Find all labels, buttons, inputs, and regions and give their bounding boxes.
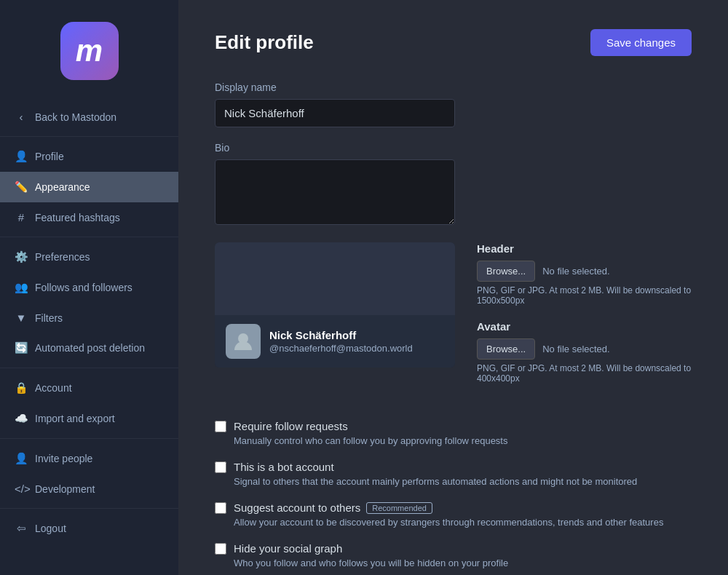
require-follow-checkbox[interactable] [215, 421, 226, 432]
profile-display-name: Nick Schäferhoff [269, 329, 413, 341]
upload-section: Header Browse... No file selected. PNG, … [477, 242, 692, 398]
sidebar-divider-3 [0, 368, 178, 368]
bot-account-label[interactable]: This is a bot account [234, 461, 334, 473]
page-title: Edit profile [215, 31, 314, 54]
sidebar-item-featured-hashtags[interactable]: # Featured hashtags [0, 202, 178, 232]
sidebar-label-preferences: Preferences [35, 251, 90, 263]
checkbox-item-hide-social-graph: Hide your social graph Who you follow an… [215, 542, 692, 568]
sidebar-divider-1 [0, 136, 178, 137]
avatar-no-file: No file selected. [542, 344, 610, 354]
header-file-hint: PNG, GIF or JPG. At most 2 MB. Will be d… [477, 285, 692, 306]
avatar [226, 324, 261, 359]
sidebar-label-deletion: Automated post deletion [35, 342, 145, 354]
sidebar-label-featured-hashtags: Featured hashtags [35, 212, 120, 223]
sidebar-label-logout: Logout [35, 523, 66, 534]
deletion-icon: 🔄 [15, 341, 28, 354]
require-follow-label[interactable]: Require follow requests [234, 420, 348, 432]
avatar-upload-label: Avatar [477, 320, 692, 333]
display-name-label: Display name [215, 82, 692, 93]
bio-textarea[interactable] [215, 159, 455, 225]
checkbox-row-hide-social: Hide your social graph [215, 542, 692, 555]
main-content: Edit profile Save changes Display name B… [178, 0, 728, 575]
sidebar-item-account[interactable]: 🔒 Account [0, 373, 178, 403]
avatar-upload-group: Avatar Browse... No file selected. PNG, … [477, 320, 692, 384]
sidebar-label-invite: Invite people [35, 453, 92, 464]
sidebar-divider-4 [0, 438, 178, 439]
recommended-badge: Recommended [366, 502, 432, 514]
filters-icon: ▼ [15, 312, 28, 324]
appearance-icon: ✏️ [15, 181, 28, 194]
sidebar-item-automated-post-deletion[interactable]: 🔄 Automated post deletion [0, 333, 178, 363]
suggest-to-others-checkbox[interactable] [215, 502, 226, 514]
checkbox-row-require-follow: Require follow requests [215, 420, 692, 432]
profile-card-preview: Nick Schäferhoff @nschaeferhoff@mastodon… [215, 242, 455, 368]
checkbox-item-suggest: Suggest account to others Recommended Al… [215, 501, 692, 528]
sidebar-item-preferences[interactable]: ⚙️ Preferences [0, 242, 178, 272]
development-icon: </> [15, 483, 28, 495]
suggest-to-others-desc: Allow your account to be discovered by s… [234, 517, 692, 528]
sidebar-label-filters: Filters [35, 312, 63, 324]
preferences-icon: ⚙️ [15, 250, 28, 263]
import-export-icon: ☁️ [15, 412, 28, 425]
profile-area: Nick Schäferhoff @nschaeferhoff@mastodon… [215, 242, 692, 398]
follows-icon: 👥 [15, 281, 28, 294]
hide-social-graph-checkbox[interactable] [215, 543, 226, 555]
checkbox-section: Require follow requests Manually control… [215, 420, 692, 568]
checkbox-row-suggest: Suggest account to others Recommended [215, 501, 692, 514]
checkbox-item-bot: This is a bot account Signal to others t… [215, 461, 692, 487]
bio-section: Bio [215, 142, 692, 228]
sidebar-label-import-export: Import and export [35, 413, 115, 424]
sidebar-divider-2 [0, 237, 178, 237]
display-name-section: Display name [215, 82, 692, 127]
sidebar-back-label: Back to Mastodon [35, 111, 116, 123]
sidebar-label-follows: Follows and followers [35, 282, 132, 293]
bot-account-checkbox[interactable] [215, 461, 226, 473]
header-upload-group: Header Browse... No file selected. PNG, … [477, 242, 692, 306]
sidebar-item-logout[interactable]: ⇦ Logout [0, 513, 178, 544]
hide-social-graph-label[interactable]: Hide your social graph [234, 542, 342, 555]
require-follow-desc: Manually control who can follow you by a… [234, 435, 692, 446]
profile-handle: @nschaeferhoff@mastodon.world [269, 343, 413, 354]
sidebar-label-account: Account [35, 382, 72, 394]
sidebar-item-invite-people[interactable]: 👤 Invite people [0, 443, 178, 474]
avatar-browse-button[interactable]: Browse... [477, 338, 535, 360]
header-browse-button[interactable]: Browse... [477, 261, 535, 282]
suggest-to-others-label[interactable]: Suggest account to others Recommended [234, 501, 432, 514]
save-changes-button[interactable]: Save changes [590, 29, 692, 56]
display-name-input[interactable] [215, 99, 455, 127]
mastodon-logo: m [60, 22, 119, 80]
checkbox-row-bot: This is a bot account [215, 461, 692, 473]
sidebar-item-import-export[interactable]: ☁️ Import and export [0, 403, 178, 434]
sidebar-label-appearance: Appearance [35, 181, 90, 193]
invite-icon: 👤 [15, 452, 28, 465]
avatar-file-hint: PNG, GIF or JPG. At most 2 MB. Will be d… [477, 363, 692, 384]
back-icon: ‹ [15, 111, 28, 123]
sidebar: m ‹ Back to Mastodon 👤 Profile ✏️ Appear… [0, 0, 178, 575]
bio-label: Bio [215, 142, 692, 154]
hashtag-icon: # [15, 211, 28, 223]
sidebar-nav: ‹ Back to Mastodon 👤 Profile ✏️ Appearan… [0, 95, 178, 551]
header-no-file: No file selected. [542, 266, 610, 277]
sidebar-divider-5 [0, 508, 178, 509]
hide-social-graph-desc: Who you follow and who follows you will … [234, 558, 692, 568]
sidebar-item-filters[interactable]: ▼ Filters [0, 303, 178, 333]
sidebar-item-back[interactable]: ‹ Back to Mastodon [0, 102, 178, 132]
page-header: Edit profile Save changes [215, 29, 692, 56]
header-upload-label: Header [477, 242, 692, 255]
profile-banner [215, 242, 455, 315]
account-icon: 🔒 [15, 381, 28, 394]
sidebar-item-follows-followers[interactable]: 👥 Follows and followers [0, 272, 178, 303]
profile-icon: 👤 [15, 150, 28, 163]
sidebar-item-appearance[interactable]: ✏️ Appearance [0, 172, 178, 202]
header-file-row: Browse... No file selected. [477, 261, 692, 282]
bot-account-desc: Signal to others that the account mainly… [234, 476, 692, 487]
logo-area: m [0, 15, 178, 95]
sidebar-item-development[interactable]: </> Development [0, 474, 178, 504]
profile-card-info: Nick Schäferhoff @nschaeferhoff@mastodon… [215, 315, 455, 368]
sidebar-item-profile[interactable]: 👤 Profile [0, 141, 178, 172]
sidebar-label-development: Development [35, 483, 95, 495]
avatar-file-row: Browse... No file selected. [477, 338, 692, 360]
checkbox-item-require-follow: Require follow requests Manually control… [215, 420, 692, 446]
sidebar-label-profile: Profile [35, 151, 64, 162]
logout-icon: ⇦ [15, 522, 28, 535]
